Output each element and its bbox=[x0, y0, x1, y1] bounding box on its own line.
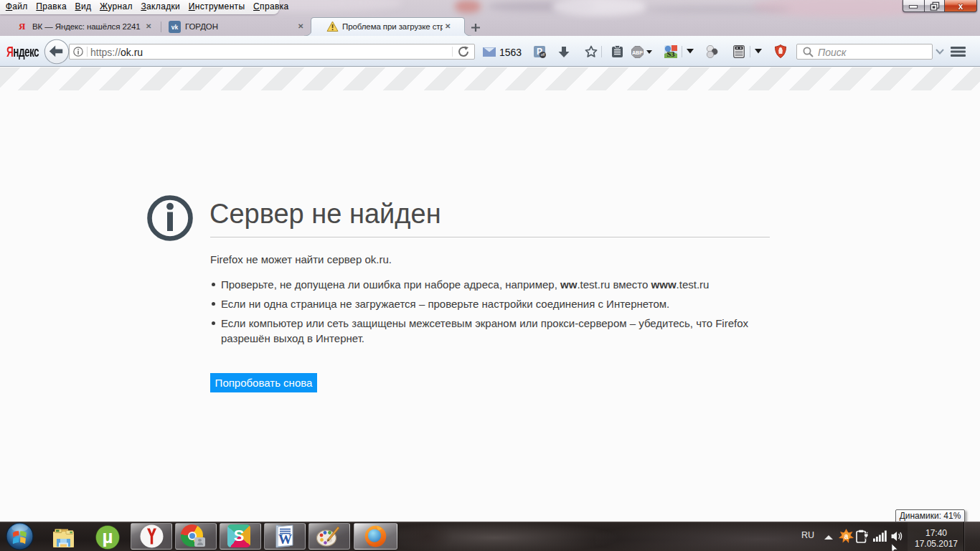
svg-text:x: x bbox=[958, 1, 963, 11]
svg-text:a: a bbox=[844, 532, 849, 540]
svg-text:vk: vk bbox=[171, 24, 179, 31]
svg-text:S3: S3 bbox=[666, 50, 674, 58]
svg-text:ABP: ABP bbox=[632, 50, 643, 56]
svg-text:µ: µ bbox=[103, 526, 113, 547]
svg-text:W: W bbox=[278, 532, 292, 547]
